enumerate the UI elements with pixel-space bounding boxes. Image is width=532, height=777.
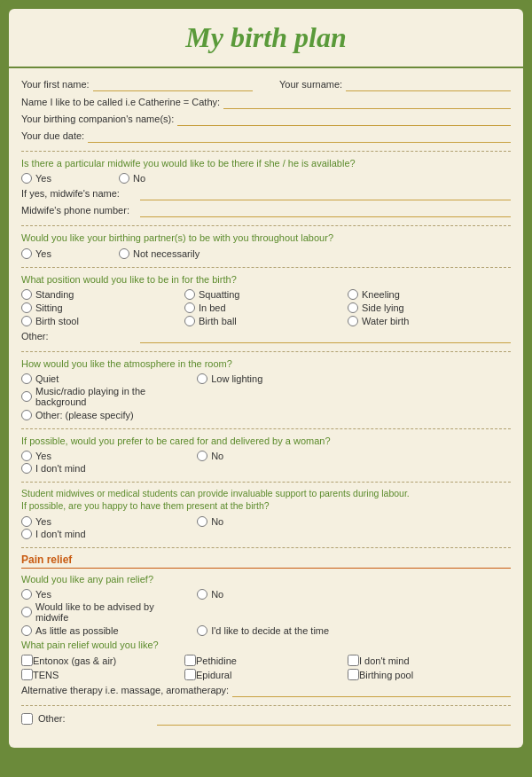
pain-type-row2: TENS Epidural Birthing pool (21, 669, 511, 680)
other-input[interactable] (157, 711, 511, 726)
pain-no-radio[interactable] (197, 589, 207, 600)
pain-epidural-checkbox[interactable] (184, 669, 196, 680)
partner-yes-radio[interactable] (21, 248, 32, 259)
midwife-no-option[interactable]: No (119, 173, 145, 184)
pain-relief-want-row2: As little as possible I'd like to decide… (21, 625, 511, 636)
atmosphere-music-option[interactable]: Music/radio playing in the background (21, 386, 188, 407)
atmosphere-other-radio[interactable] (21, 410, 32, 420)
position-squatting-radio[interactable] (184, 289, 195, 300)
pain-little-option[interactable]: As little as possible (21, 625, 183, 636)
page-title: My birth plan (18, 21, 514, 54)
first-name-input[interactable] (93, 77, 253, 91)
position-kneeling-option[interactable]: Kneeling (348, 289, 497, 300)
pain-relief-want-question: Would you like any pain relief? (21, 573, 511, 585)
other-checkbox-option[interactable] (21, 713, 33, 725)
student-no-option[interactable]: No (197, 516, 358, 527)
other-checkbox[interactable] (21, 713, 33, 725)
position-sitting-radio[interactable] (21, 302, 32, 313)
student-dontmind-option[interactable]: I don't mind (21, 529, 188, 539)
pain-entonox-checkbox[interactable] (21, 655, 33, 666)
carer-no-option[interactable]: No (197, 451, 358, 461)
position-birthstool-option[interactable]: Birth stool (21, 316, 170, 326)
pain-little-radio[interactable] (21, 625, 32, 636)
position-waterbirth-radio[interactable] (348, 316, 358, 326)
position-squatting-option[interactable]: Squatting (184, 289, 333, 300)
pain-pethidine-option[interactable]: Pethidine (184, 655, 333, 666)
carer-yes-option[interactable]: Yes (21, 451, 183, 461)
student-yes-option[interactable]: Yes (21, 516, 183, 527)
position-inbed-radio[interactable] (184, 302, 195, 313)
other-row: Other: (21, 711, 511, 726)
student-no-radio[interactable] (197, 516, 207, 527)
pain-epidural-option[interactable]: Epidural (184, 669, 333, 680)
position-birthstool-radio[interactable] (21, 316, 32, 326)
atmosphere-lowlight-option[interactable]: Low lighting (197, 373, 358, 384)
pain-relief-type-question: What pain relief would you like? (21, 639, 511, 651)
atmosphere-lowlight-radio[interactable] (197, 373, 207, 384)
pain-decide-option[interactable]: I'd like to decide at the time (197, 625, 358, 636)
position-standing-radio[interactable] (21, 289, 32, 300)
midwife-yes-radio[interactable] (21, 173, 32, 184)
pain-relief-section: Pain relief Would you like any pain reli… (21, 553, 511, 707)
atmosphere-quiet-option[interactable]: Quiet (21, 373, 183, 384)
midwife-options: Yes No (21, 173, 511, 184)
pain-alternative-row: Alternative therapy i.e. massage, aromat… (21, 683, 511, 697)
pain-no-option[interactable]: No (197, 589, 358, 600)
position-birthball-radio[interactable] (184, 316, 195, 326)
pain-alternative-input[interactable] (232, 683, 511, 697)
surname-col: Your surname: (279, 77, 511, 91)
carer-gender-section: If possible, would you prefer to be care… (21, 435, 511, 483)
position-waterbirth-option[interactable]: Water birth (348, 316, 497, 326)
due-date-input[interactable] (88, 129, 511, 143)
pain-birthingpool-option[interactable]: Birthing pool (348, 669, 497, 680)
partner-not-necessarily-radio[interactable] (119, 248, 129, 259)
pain-tens-option[interactable]: TENS (21, 669, 170, 680)
student-yes-radio[interactable] (21, 516, 32, 527)
pain-yes-radio[interactable] (21, 589, 32, 600)
position-other-input[interactable] (140, 329, 511, 343)
atmosphere-options: Quiet Low lighting Music/radio playing i… (21, 373, 511, 407)
midwife-no-radio[interactable] (119, 173, 129, 184)
atmosphere-other-option[interactable]: Other: (please specify) (21, 410, 134, 420)
position-row3: Birth stool Birth ball Water birth (21, 316, 511, 326)
surname-input[interactable] (346, 77, 511, 91)
carer-no-radio[interactable] (197, 451, 207, 461)
student-midwives-section: Student midwives or medical students can… (21, 488, 511, 547)
birthing-partner-question: Would you like your birthing partner(s) … (21, 232, 511, 244)
companion-row: Your birthing companion's name(s): (21, 112, 511, 126)
atmosphere-other-row: Other: (please specify) (21, 410, 511, 420)
partner-yes-option[interactable]: Yes (21, 248, 51, 259)
due-date-row: Your due date: (21, 129, 511, 143)
atmosphere-music-radio[interactable] (21, 391, 32, 402)
pain-decide-radio[interactable] (197, 625, 207, 636)
position-inbed-option[interactable]: In bed (184, 302, 333, 313)
pain-entonox-option[interactable]: Entonox (gas & air) (21, 655, 170, 666)
position-sidelying-radio[interactable] (348, 302, 358, 313)
preferred-name-input[interactable] (223, 95, 511, 109)
student-dontmind-radio[interactable] (21, 529, 32, 539)
midwife-yes-option[interactable]: Yes (21, 173, 51, 184)
carer-dontmind-radio[interactable] (21, 463, 32, 474)
pain-birthingpool-checkbox[interactable] (348, 669, 359, 680)
pain-dontmind-checkbox[interactable] (348, 655, 359, 666)
pain-pethidine-checkbox[interactable] (184, 655, 196, 666)
position-standing-option[interactable]: Standing (21, 289, 170, 300)
pain-advised-option[interactable]: Would like to be advised by midwife (21, 601, 188, 623)
pain-tens-checkbox[interactable] (21, 669, 33, 680)
carer-dontmind-option[interactable]: I don't mind (21, 463, 188, 474)
companion-input[interactable] (177, 112, 511, 126)
partner-not-necessarily-option[interactable]: Not necessarily (119, 248, 200, 259)
midwife-phone-input[interactable] (140, 203, 511, 217)
position-section: What position would you like to be in fo… (21, 273, 511, 352)
pain-yes-option[interactable]: Yes (21, 589, 183, 600)
atmosphere-quiet-radio[interactable] (21, 373, 32, 384)
position-row2: Sitting In bed Side lying (21, 302, 511, 313)
midwife-name-input[interactable] (140, 186, 511, 200)
position-sitting-option[interactable]: Sitting (21, 302, 170, 313)
pain-advised-radio[interactable] (21, 607, 32, 617)
position-kneeling-radio[interactable] (348, 289, 358, 300)
position-birthball-option[interactable]: Birth ball (184, 316, 333, 326)
position-sidelying-option[interactable]: Side lying (348, 302, 497, 313)
carer-yes-radio[interactable] (21, 451, 32, 461)
pain-dontmind-option[interactable]: I don't mind (348, 655, 497, 666)
